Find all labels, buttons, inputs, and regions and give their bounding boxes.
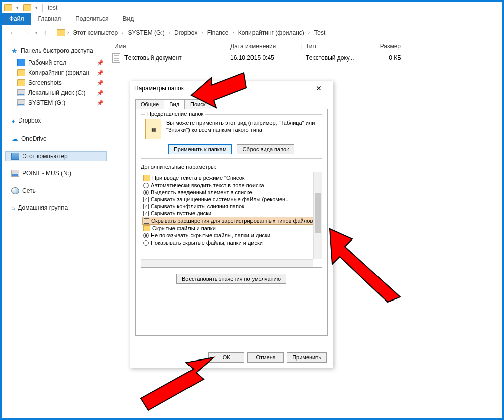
up-button[interactable]: ↑ (41, 28, 50, 37)
crumb-copy[interactable]: Копирайтинг (фриланс) (236, 28, 306, 37)
checkbox-icon[interactable] (144, 218, 149, 224)
checkbox-icon[interactable]: ✓ (143, 204, 149, 209)
sidebar-label: Локальный диск (C:) (28, 89, 86, 96)
chevron-right-icon[interactable]: › (121, 30, 124, 35)
pin-icon: 📌 (97, 59, 104, 66)
radio-icon[interactable] (143, 190, 149, 195)
dialog-tabs: Общие Вид Поиск (130, 95, 333, 109)
crumb-dropbox[interactable]: Dropbox (172, 28, 199, 37)
col-name[interactable]: Имя (110, 43, 226, 50)
groupbox-title: Представление папок (145, 111, 205, 117)
tree-label[interactable]: Автоматически вводить текст в поле поиск… (151, 182, 264, 188)
back-button[interactable]: ← (7, 27, 18, 38)
folder-preview-icon: ▦ (145, 119, 161, 139)
sidebar-label: SYSTEM (G:) (28, 99, 65, 106)
tree-label[interactable]: Скрывать конфликты слияния папок (151, 203, 244, 209)
ribbon-home-tab[interactable]: Главная (31, 13, 69, 25)
horizontal-scrollbar[interactable] (141, 259, 313, 267)
apply-button[interactable]: Применить (287, 352, 327, 363)
restore-defaults-button[interactable]: Восстановить значения по умолчанию (176, 274, 286, 284)
ribbon: Файл Главная Поделиться Вид (2, 13, 502, 25)
sidebar-item-desktop[interactable]: Рабочий стол 📌 (5, 57, 107, 68)
chevron-right-icon[interactable]: › (66, 30, 70, 35)
window-title: test (48, 4, 57, 11)
sidebar-quick-access[interactable]: ★ Панель быстрого доступа (5, 45, 107, 56)
checkbox-icon[interactable]: ✓ (143, 197, 149, 202)
sidebar-label: Этот компьютер (22, 153, 68, 160)
apply-to-folders-button[interactable]: Применить к папкам (168, 144, 232, 154)
crumb-finance[interactable]: Finance (205, 28, 231, 37)
tree-label[interactable]: Выделять введенный элемент в списке (151, 189, 253, 195)
tab-general[interactable]: Общие (135, 99, 164, 109)
chevron-right-icon[interactable]: › (307, 30, 311, 35)
col-date[interactable]: Дата изменения (226, 43, 302, 50)
tree-label[interactable]: Показывать скрытые файлы, папки и диски (151, 239, 263, 246)
radio-icon[interactable] (143, 240, 149, 246)
col-size[interactable]: Размер (367, 43, 405, 50)
sidebar-onedrive[interactable]: ☁ OneDrive (5, 133, 107, 144)
tree-label[interactable]: Не показывать скрытые файлы, папки и дис… (151, 232, 270, 238)
column-headers[interactable]: Имя Дата изменения Тип Размер (110, 40, 502, 52)
sidebar-item-drive-g[interactable]: SYSTEM (G:) 📌 (5, 98, 107, 108)
recent-dropdown-icon[interactable]: ▾ (35, 30, 38, 35)
folder-icon (17, 79, 25, 86)
radio-icon[interactable] (143, 183, 149, 188)
folder-open-icon (23, 4, 31, 11)
drive-icon (17, 99, 25, 106)
file-size: 0 КБ (367, 54, 405, 62)
ribbon-file-tab[interactable]: Файл (2, 13, 31, 25)
sidebar-dropbox[interactable]: ⬧ Dropbox (5, 115, 107, 126)
sidebar-homegroup[interactable]: ⌂ Домашняя группа (5, 203, 107, 213)
sidebar-item-copywriting[interactable]: Копирайтинг (фрилан 📌 (5, 68, 107, 78)
chevron-right-icon[interactable]: › (232, 30, 235, 35)
forward-button[interactable]: → (21, 27, 32, 38)
sidebar-item-drive-c[interactable]: Локальный диск (C:) 📌 (5, 88, 107, 98)
cancel-button[interactable]: Отмена (247, 352, 284, 363)
tree-label[interactable]: Скрывать защищенные системные файлы (рек… (151, 196, 288, 202)
close-button[interactable]: ✕ (308, 82, 329, 94)
chevron-right-icon[interactable]: › (168, 30, 171, 35)
crumb-system[interactable]: SYSTEM (G:) (125, 28, 166, 37)
sidebar-point-mus[interactable]: POINT - MUS (N:) (5, 168, 107, 178)
onedrive-icon: ☁ (11, 135, 18, 143)
star-icon: ★ (11, 47, 18, 55)
dialog-footer: ОК Отмена Применить (130, 347, 333, 368)
network-icon (11, 187, 19, 194)
hide-extensions-row[interactable]: Скрывать расширения для зарегистрированн… (142, 217, 321, 225)
ribbon-share-tab[interactable]: Поделиться (68, 13, 115, 25)
sidebar-label: Домашняя группа (18, 204, 68, 211)
file-name: Текстовый документ (120, 54, 226, 62)
sidebar-this-pc[interactable]: Этот компьютер (5, 151, 107, 161)
sidebar-label: Screenshots (28, 79, 62, 86)
crumb-test[interactable]: Test (312, 28, 327, 37)
ribbon-view-tab[interactable]: Вид (115, 13, 141, 25)
reset-folder-view-button[interactable]: Сброс вида папок (237, 144, 294, 154)
vertical-scrollbar[interactable] (313, 172, 322, 259)
sidebar-label: Рабочий стол (28, 59, 66, 66)
sidebar-item-screenshots[interactable]: Screenshots 📌 (5, 78, 107, 88)
qat-dropdown-icon[interactable]: ▾ (13, 4, 21, 12)
tab-search[interactable]: Поиск (184, 99, 211, 109)
folder-view-groupbox: Представление папок ▦ Вы можете применит… (141, 114, 322, 159)
drive-icon (11, 170, 19, 177)
dialog-titlebar[interactable]: Параметры папок ✕ (130, 81, 333, 95)
sidebar-network[interactable]: Сеть (5, 186, 107, 196)
scrollbar-thumb[interactable] (315, 193, 321, 233)
file-row[interactable]: Текстовый документ 16.10.2015 0:45 Текст… (110, 52, 502, 64)
tree-label: При вводе текста в режиме "Список" (152, 175, 246, 181)
folder-options-dialog: Параметры папок ✕ Общие Вид Поиск Предст… (130, 81, 333, 368)
tree-label[interactable]: Скрывать пустые диски (151, 210, 211, 216)
col-type[interactable]: Тип (302, 43, 367, 50)
radio-icon[interactable] (143, 233, 149, 238)
advanced-settings-tree[interactable]: При вводе текста в режиме "Список" Автом… (141, 172, 322, 268)
qat-dropdown-icon-2[interactable]: ▾ (32, 4, 40, 12)
breadcrumb[interactable]: › Этот компьютер › SYSTEM (G:) › Dropbox… (57, 28, 327, 37)
crumb-pc[interactable]: Этот компьютер (71, 28, 120, 37)
tree-label[interactable]: Скрывать расширения для зарегистрированн… (151, 218, 313, 224)
nav-sidebar: ★ Панель быстрого доступа Рабочий стол 📌… (2, 40, 110, 418)
ok-button[interactable]: ОК (208, 352, 244, 363)
tab-view[interactable]: Вид (164, 99, 185, 109)
homegroup-icon: ⌂ (11, 204, 15, 211)
chevron-right-icon[interactable]: › (200, 30, 204, 35)
checkbox-icon[interactable]: ✓ (143, 211, 149, 216)
